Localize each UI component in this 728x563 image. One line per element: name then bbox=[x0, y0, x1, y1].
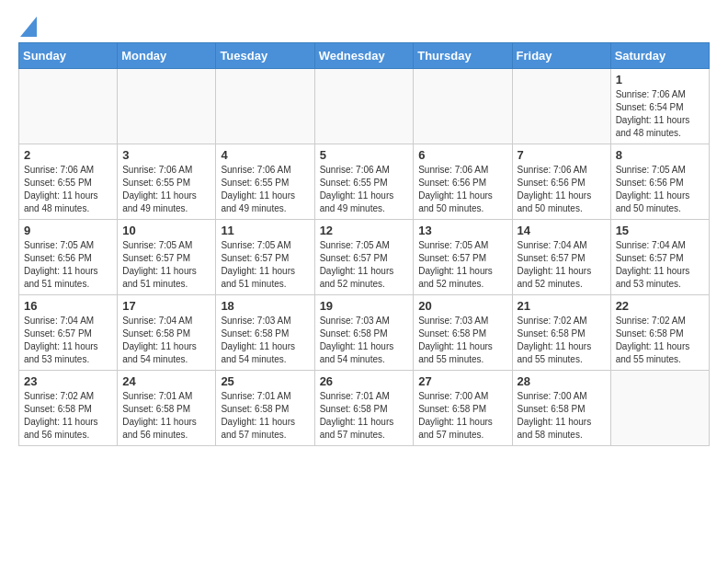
day-header-thursday: Thursday bbox=[414, 43, 512, 69]
day-number: 22 bbox=[616, 299, 704, 313]
day-info: Sunrise: 7:05 AM Sunset: 6:57 PM Dayligh… bbox=[122, 239, 210, 291]
day-number: 12 bbox=[320, 224, 409, 237]
day-info: Sunrise: 7:06 AM Sunset: 6:55 PM Dayligh… bbox=[320, 164, 409, 215]
day-info: Sunrise: 7:06 AM Sunset: 6:54 PM Dayligh… bbox=[616, 88, 704, 140]
calendar-cell: 19Sunrise: 7:03 AM Sunset: 6:58 PM Dayli… bbox=[314, 295, 414, 371]
day-info: Sunrise: 7:05 AM Sunset: 6:56 PM Dayligh… bbox=[616, 164, 704, 215]
day-header-wednesday: Wednesday bbox=[314, 43, 414, 69]
day-info: Sunrise: 7:03 AM Sunset: 6:58 PM Dayligh… bbox=[320, 315, 409, 366]
day-number: 7 bbox=[518, 148, 606, 162]
calendar-cell: 3Sunrise: 7:06 AM Sunset: 6:55 PM Daylig… bbox=[118, 144, 216, 220]
day-number: 10 bbox=[122, 224, 210, 237]
day-info: Sunrise: 7:06 AM Sunset: 6:56 PM Dayligh… bbox=[518, 164, 606, 215]
week-row-3: 9Sunrise: 7:05 AM Sunset: 6:56 PM Daylig… bbox=[19, 220, 710, 295]
calendar-cell: 25Sunrise: 7:01 AM Sunset: 6:58 PM Dayli… bbox=[216, 371, 314, 446]
week-row-2: 2Sunrise: 7:06 AM Sunset: 6:55 PM Daylig… bbox=[19, 144, 710, 220]
logo-icon bbox=[20, 17, 37, 37]
day-info: Sunrise: 7:00 AM Sunset: 6:58 PM Dayligh… bbox=[418, 390, 506, 442]
day-number: 23 bbox=[24, 374, 112, 388]
day-number: 16 bbox=[24, 299, 112, 313]
calendar-table: SundayMondayTuesdayWednesdayThursdayFrid… bbox=[18, 42, 710, 446]
day-number: 5 bbox=[320, 148, 409, 162]
day-header-monday: Monday bbox=[118, 43, 216, 69]
calendar-cell: 1Sunrise: 7:06 AM Sunset: 6:54 PM Daylig… bbox=[610, 69, 709, 144]
day-info: Sunrise: 7:05 AM Sunset: 6:57 PM Dayligh… bbox=[320, 239, 409, 291]
calendar-cell bbox=[216, 69, 314, 144]
day-number: 24 bbox=[122, 374, 210, 388]
calendar-cell bbox=[314, 69, 414, 144]
week-row-4: 16Sunrise: 7:04 AM Sunset: 6:57 PM Dayli… bbox=[19, 295, 710, 371]
day-info: Sunrise: 7:02 AM Sunset: 6:58 PM Dayligh… bbox=[24, 390, 112, 442]
day-info: Sunrise: 7:02 AM Sunset: 6:58 PM Dayligh… bbox=[616, 315, 704, 366]
day-info: Sunrise: 7:04 AM Sunset: 6:57 PM Dayligh… bbox=[616, 239, 704, 291]
calendar-cell: 2Sunrise: 7:06 AM Sunset: 6:55 PM Daylig… bbox=[19, 144, 118, 220]
day-number: 6 bbox=[418, 148, 506, 162]
calendar-cell: 27Sunrise: 7:00 AM Sunset: 6:58 PM Dayli… bbox=[414, 371, 512, 446]
calendar-cell: 20Sunrise: 7:03 AM Sunset: 6:58 PM Dayli… bbox=[414, 295, 512, 371]
day-number: 21 bbox=[518, 299, 606, 313]
calendar-cell bbox=[19, 69, 118, 144]
day-info: Sunrise: 7:05 AM Sunset: 6:57 PM Dayligh… bbox=[418, 239, 506, 291]
week-row-5: 23Sunrise: 7:02 AM Sunset: 6:58 PM Dayli… bbox=[19, 371, 710, 446]
calendar-cell: 28Sunrise: 7:00 AM Sunset: 6:58 PM Dayli… bbox=[512, 371, 610, 446]
day-info: Sunrise: 7:04 AM Sunset: 6:57 PM Dayligh… bbox=[518, 239, 606, 291]
day-number: 17 bbox=[122, 299, 210, 313]
calendar-cell bbox=[118, 69, 216, 144]
day-info: Sunrise: 7:01 AM Sunset: 6:58 PM Dayligh… bbox=[221, 390, 309, 442]
calendar-cell: 14Sunrise: 7:04 AM Sunset: 6:57 PM Dayli… bbox=[512, 220, 610, 295]
day-info: Sunrise: 7:05 AM Sunset: 6:56 PM Dayligh… bbox=[24, 239, 112, 291]
day-number: 13 bbox=[418, 224, 506, 237]
day-number: 25 bbox=[221, 374, 309, 388]
calendar-cell: 8Sunrise: 7:05 AM Sunset: 6:56 PM Daylig… bbox=[610, 144, 709, 220]
calendar-cell: 22Sunrise: 7:02 AM Sunset: 6:58 PM Dayli… bbox=[610, 295, 709, 371]
calendar-cell: 6Sunrise: 7:06 AM Sunset: 6:56 PM Daylig… bbox=[414, 144, 512, 220]
day-number: 2 bbox=[24, 148, 112, 162]
day-header-friday: Friday bbox=[512, 43, 610, 69]
day-info: Sunrise: 7:06 AM Sunset: 6:55 PM Dayligh… bbox=[24, 164, 112, 215]
day-info: Sunrise: 7:06 AM Sunset: 6:55 PM Dayligh… bbox=[221, 164, 309, 215]
calendar-cell bbox=[414, 69, 512, 144]
day-info: Sunrise: 7:05 AM Sunset: 6:57 PM Dayligh… bbox=[221, 239, 309, 291]
day-info: Sunrise: 7:06 AM Sunset: 6:56 PM Dayligh… bbox=[418, 164, 506, 215]
calendar-cell: 9Sunrise: 7:05 AM Sunset: 6:56 PM Daylig… bbox=[19, 220, 118, 295]
day-header-sunday: Sunday bbox=[19, 43, 118, 69]
day-info: Sunrise: 7:01 AM Sunset: 6:58 PM Dayligh… bbox=[122, 390, 210, 442]
calendar-cell: 23Sunrise: 7:02 AM Sunset: 6:58 PM Dayli… bbox=[19, 371, 118, 446]
calendar-cell: 18Sunrise: 7:03 AM Sunset: 6:58 PM Dayli… bbox=[216, 295, 314, 371]
calendar-cell: 10Sunrise: 7:05 AM Sunset: 6:57 PM Dayli… bbox=[118, 220, 216, 295]
page-header bbox=[18, 18, 710, 33]
calendar-cell: 15Sunrise: 7:04 AM Sunset: 6:57 PM Dayli… bbox=[610, 220, 709, 295]
day-number: 3 bbox=[122, 148, 210, 162]
day-number: 15 bbox=[616, 224, 704, 237]
days-header-row: SundayMondayTuesdayWednesdayThursdayFrid… bbox=[19, 43, 710, 69]
calendar-cell: 5Sunrise: 7:06 AM Sunset: 6:55 PM Daylig… bbox=[314, 144, 414, 220]
calendar-cell: 7Sunrise: 7:06 AM Sunset: 6:56 PM Daylig… bbox=[512, 144, 610, 220]
day-number: 20 bbox=[418, 299, 506, 313]
calendar-cell: 21Sunrise: 7:02 AM Sunset: 6:58 PM Dayli… bbox=[512, 295, 610, 371]
day-number: 9 bbox=[24, 224, 112, 237]
day-info: Sunrise: 7:03 AM Sunset: 6:58 PM Dayligh… bbox=[221, 315, 309, 366]
calendar-cell: 17Sunrise: 7:04 AM Sunset: 6:58 PM Dayli… bbox=[118, 295, 216, 371]
day-info: Sunrise: 7:04 AM Sunset: 6:58 PM Dayligh… bbox=[122, 315, 210, 366]
calendar-cell: 26Sunrise: 7:01 AM Sunset: 6:58 PM Dayli… bbox=[314, 371, 414, 446]
day-number: 8 bbox=[616, 148, 704, 162]
day-number: 28 bbox=[518, 374, 606, 388]
calendar-cell bbox=[610, 371, 709, 446]
logo bbox=[18, 18, 37, 33]
calendar-cell: 13Sunrise: 7:05 AM Sunset: 6:57 PM Dayli… bbox=[414, 220, 512, 295]
day-number: 4 bbox=[221, 148, 309, 162]
week-row-1: 1Sunrise: 7:06 AM Sunset: 6:54 PM Daylig… bbox=[19, 69, 710, 144]
day-info: Sunrise: 7:00 AM Sunset: 6:58 PM Dayligh… bbox=[518, 390, 606, 442]
day-info: Sunrise: 7:06 AM Sunset: 6:55 PM Dayligh… bbox=[122, 164, 210, 215]
day-number: 19 bbox=[320, 299, 409, 313]
svg-marker-0 bbox=[20, 17, 37, 37]
day-number: 27 bbox=[418, 374, 506, 388]
day-number: 14 bbox=[518, 224, 606, 237]
day-header-saturday: Saturday bbox=[610, 43, 709, 69]
day-number: 11 bbox=[221, 224, 309, 237]
calendar-cell bbox=[512, 69, 610, 144]
calendar-cell: 16Sunrise: 7:04 AM Sunset: 6:57 PM Dayli… bbox=[19, 295, 118, 371]
day-info: Sunrise: 7:01 AM Sunset: 6:58 PM Dayligh… bbox=[320, 390, 409, 442]
calendar-cell: 12Sunrise: 7:05 AM Sunset: 6:57 PM Dayli… bbox=[314, 220, 414, 295]
day-info: Sunrise: 7:03 AM Sunset: 6:58 PM Dayligh… bbox=[418, 315, 506, 366]
